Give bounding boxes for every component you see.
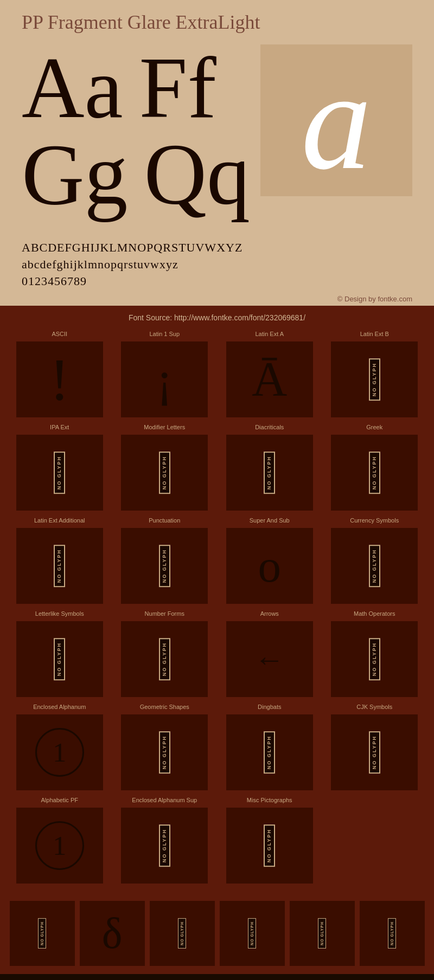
unicode-cell-letterlike: Letterlike Symbols NO GLYPH bbox=[8, 610, 111, 697]
unicode-cell-bottom-4: NO GLYPH bbox=[218, 890, 286, 966]
glyph-box-diacriticals: NO GLYPH bbox=[226, 435, 313, 511]
unicode-cell-diacriticals: Diacriticals NO GLYPH bbox=[218, 424, 321, 511]
glyph-box-bottom-2: δ bbox=[80, 901, 145, 966]
unicode-cell-currency: Currency Symbols NO GLYPH bbox=[323, 517, 426, 604]
no-glyph-badge-punctuation: NO GLYPH bbox=[159, 545, 170, 587]
glyph-aa: Aa bbox=[22, 44, 123, 131]
glyph-exclaim: ! bbox=[49, 350, 69, 409]
unicode-grid-row1: ASCII ! Latin 1 Sup ¡ Latin Ext A Ā Lati… bbox=[5, 331, 429, 417]
glyph-box-dingbats: NO GLYPH bbox=[226, 714, 313, 790]
glyph-box-empty bbox=[331, 808, 418, 884]
glyph-row-1: Aa Ff bbox=[22, 44, 250, 131]
glyph-box-modifier: NO GLYPH bbox=[121, 435, 208, 511]
top-section: PP Fragment Glare ExtraLight Aa Ff Gg Qq… bbox=[0, 0, 434, 234]
label-enclosedalphasup: Enclosed Alphanum Sup bbox=[132, 797, 197, 805]
unicode-grid-row2: IPA Ext NO GLYPH Modifier Letters NO GLY… bbox=[5, 424, 429, 511]
no-glyph-badge-currency: NO GLYPH bbox=[369, 545, 380, 587]
dark-section: Font Source: http://www.fontke.com/font/… bbox=[0, 306, 434, 974]
unicode-cell-bottom-3: NO GLYPH bbox=[148, 890, 216, 966]
no-glyph-badge-diacriticals: NO GLYPH bbox=[264, 452, 275, 494]
label-dingbats: Dingbats bbox=[258, 704, 281, 712]
glyph-box-ipaext: NO GLYPH bbox=[16, 435, 103, 511]
digits: 0123456789 bbox=[22, 273, 412, 290]
glyph-box-bottom-1: NO GLYPH bbox=[10, 901, 75, 966]
label-latin1sup: Latin 1 Sup bbox=[149, 331, 180, 339]
no-glyph-badge-greek: NO GLYPH bbox=[369, 452, 380, 494]
glyph-box-superandsub: o bbox=[226, 528, 313, 604]
font-title: PP Fragment Glare ExtraLight bbox=[22, 11, 412, 34]
unicode-cell-bottom-2: δ bbox=[78, 890, 146, 966]
unicode-cell-mathops: Math Operators NO GLYPH bbox=[323, 610, 426, 697]
no-glyph-badge-bottom-3: NO GLYPH bbox=[178, 918, 186, 949]
glyph-box-miscpictographs: NO GLYPH bbox=[226, 808, 313, 884]
no-glyph-badge: NO GLYPH bbox=[369, 358, 380, 401]
no-glyph-badge-ipa: NO GLYPH bbox=[54, 452, 65, 494]
label-currency: Currency Symbols bbox=[350, 517, 399, 526]
glyph-box-latinexta: Ā bbox=[226, 341, 313, 417]
unicode-cell-bottom-5: NO GLYPH bbox=[288, 890, 356, 966]
glyph-box-numberforms: NO GLYPH bbox=[121, 621, 208, 697]
unicode-grid-row3: Latin Ext Additional NO GLYPH Punctuatio… bbox=[5, 517, 429, 604]
label-greek: Greek bbox=[366, 424, 382, 433]
unicode-cell-ascii: ASCII ! bbox=[8, 331, 111, 417]
label-latinextb: Latin Ext B bbox=[360, 331, 389, 339]
label-diacriticals: Diacriticals bbox=[255, 424, 284, 433]
unicode-cell-punctuation: Punctuation NO GLYPH bbox=[113, 517, 216, 604]
no-glyph-badge-modifier: NO GLYPH bbox=[159, 452, 170, 494]
unicode-cell-bottom-1: NO GLYPH bbox=[8, 890, 76, 966]
unicode-grid-row6: Alphabetic PF 1 Enclosed Alphanum Sup NO… bbox=[5, 797, 429, 884]
label-alphabeticpf: Alphabetic PF bbox=[41, 797, 78, 805]
no-glyph-badge-enclosedalphasup: NO GLYPH bbox=[159, 824, 170, 867]
copyright-text: © Design by fontke.com bbox=[337, 295, 412, 303]
glyph-italic-background: a bbox=[260, 44, 412, 196]
unicode-grid-row4: Letterlike Symbols NO GLYPH Number Forms… bbox=[5, 610, 429, 697]
label-ipaext: IPA Ext bbox=[50, 424, 69, 433]
glyph-box-letterlike: NO GLYPH bbox=[16, 621, 103, 697]
label-cjk: CJK Symbols bbox=[356, 704, 392, 712]
circle-number-1: 1 bbox=[53, 737, 66, 768]
no-glyph-badge-miscpictographs: NO GLYPH bbox=[264, 824, 275, 867]
glyph-box-alphabeticpf: 1 bbox=[16, 808, 103, 884]
alphabet-section: ABCDEFGHIJKLMNOPQRSTUVWXYZ abcdefghijklm… bbox=[0, 234, 434, 292]
unicode-cell-latinextb: Latin Ext B NO GLYPH bbox=[323, 331, 426, 417]
glyph-box-arrows: ← bbox=[226, 621, 313, 697]
glyph-italic-a: a bbox=[301, 50, 372, 191]
font-source: Font Source: http://www.fontke.com/font/… bbox=[5, 310, 429, 325]
unicode-cell-alphabeticpf: Alphabetic PF 1 bbox=[8, 797, 111, 884]
glyph-box-bottom-4: NO GLYPH bbox=[220, 901, 285, 966]
uppercase-alphabet: ABCDEFGHIJKLMNOPQRSTUVWXYZ bbox=[22, 240, 412, 256]
no-glyph-badge-bottom-4: NO GLYPH bbox=[248, 918, 256, 949]
unicode-grid-row5: Enclosed Alphanum 1 Geometric Shapes NO … bbox=[5, 704, 429, 790]
label-modifier: Modifier Letters bbox=[144, 424, 185, 433]
circle-number-1b: 1 bbox=[53, 830, 66, 861]
label-enclosedalpha: Enclosed Alphanum bbox=[33, 704, 86, 712]
no-glyph-badge-bottom-5: NO GLYPH bbox=[318, 918, 326, 949]
glyph-box-bottom-6: NO GLYPH bbox=[360, 901, 425, 966]
no-glyph-badge-bottom-6: NO GLYPH bbox=[388, 918, 396, 949]
glyph-qq: Qq bbox=[144, 131, 251, 218]
label-superandsub: Super And Sub bbox=[250, 517, 290, 526]
unicode-cell-dingbats: Dingbats NO GLYPH bbox=[218, 704, 321, 790]
label-latinextadd: Latin Ext Additional bbox=[34, 517, 85, 526]
glyph-gg: Gg bbox=[22, 131, 128, 218]
label-letterlike: Letterlike Symbols bbox=[35, 610, 84, 619]
no-glyph-badge-letterlike: NO GLYPH bbox=[54, 638, 65, 680]
unicode-cell-latin1sup: Latin 1 Sup ¡ bbox=[113, 331, 216, 417]
unicode-cell-superandsub: Super And Sub o bbox=[218, 517, 321, 604]
unicode-cell-numberforms: Number Forms NO GLYPH bbox=[113, 610, 216, 697]
glyph-box-latinextadd: NO GLYPH bbox=[16, 528, 103, 604]
glyph-box-enclosedalpha: 1 bbox=[16, 714, 103, 790]
glyph-a-macron: Ā bbox=[252, 355, 287, 404]
no-glyph-badge-latinextadd: NO GLYPH bbox=[54, 545, 65, 587]
label-mathops: Math Operators bbox=[354, 610, 395, 619]
glyph-showcase: Aa Ff Gg Qq a bbox=[22, 44, 412, 218]
glyph-ff: Ff bbox=[139, 44, 216, 131]
glyph-arrow: ← bbox=[254, 642, 284, 676]
glyph-box-latin1sup: ¡ bbox=[121, 341, 208, 417]
unicode-cell-enclosedalpha: Enclosed Alphanum 1 bbox=[8, 704, 111, 790]
glyph-superscript-o: o bbox=[258, 543, 282, 589]
unicode-cell-bottom-6: NO GLYPH bbox=[358, 890, 426, 966]
glyph-box-bottom-5: NO GLYPH bbox=[290, 901, 355, 966]
copyright: © Design by fontke.com bbox=[0, 292, 434, 306]
glyph-box-currency: NO GLYPH bbox=[331, 528, 418, 604]
